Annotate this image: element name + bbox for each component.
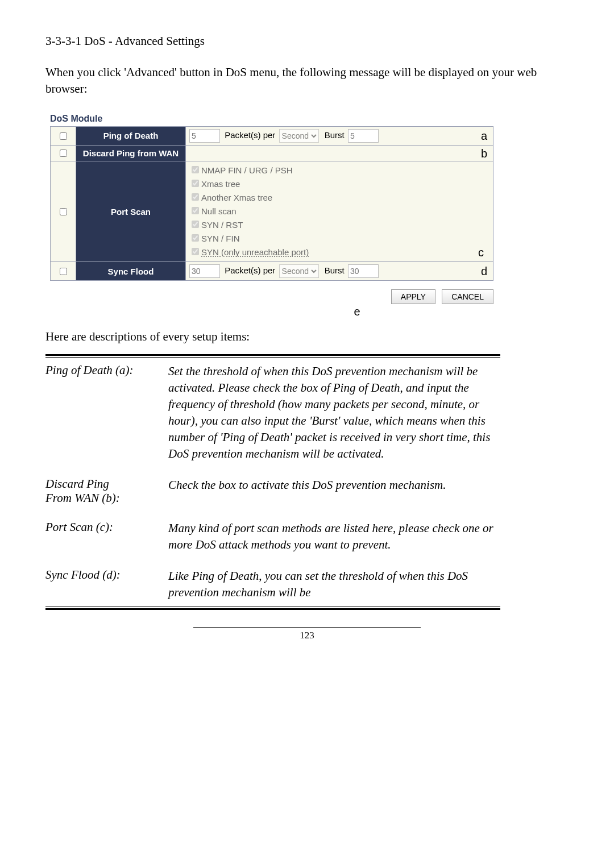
- item-row-port-scan: Port Scan (c): Many kind of port scan me…: [45, 520, 500, 553]
- sync-flood-checkbox[interactable]: [60, 268, 67, 275]
- ping-of-death-value-input[interactable]: [189, 129, 220, 143]
- items-table: Ping of Death (a): Set the threshold of …: [45, 354, 500, 610]
- dos-module-panel: DoS Module Ping of Death Packet(s) per S…: [45, 114, 569, 319]
- port-scan-option-label: SYN / RST: [201, 220, 243, 230]
- port-scan-label: Port Scan: [76, 161, 186, 262]
- letter-c: c: [478, 246, 484, 259]
- port-scan-option: Null scan: [189, 205, 489, 218]
- ping-of-death-content: Packet(s) per Second Burst a: [186, 126, 493, 145]
- port-scan-content: NMAP FIN / URG / PSH Xmas tree Another X…: [186, 161, 493, 262]
- port-scan-option: SYN / FIN: [189, 232, 489, 246]
- port-scan-option: Another Xmas tree: [189, 191, 489, 205]
- port-scan-option: SYN / RST: [189, 218, 489, 232]
- item-label: Sync Flood (d):: [45, 568, 168, 601]
- item-row-sync-flood: Sync Flood (d): Like Ping of Death, you …: [45, 568, 500, 601]
- item-desc: Check the box to activate this DoS preve…: [168, 477, 500, 505]
- row-sync-flood: Sync Flood Packet(s) per Second Burst d: [51, 262, 493, 281]
- port-scan-option-checkbox[interactable]: [192, 221, 199, 228]
- port-scan-option-label: SYN / FIN: [201, 234, 240, 243]
- ping-of-death-burst-input[interactable]: [348, 129, 379, 143]
- row-ping-of-death: Ping of Death Packet(s) per Second Burst…: [51, 126, 493, 145]
- port-scan-option-checkbox[interactable]: [192, 180, 199, 187]
- port-scan-option-label: SYN (only unreachable port): [201, 247, 309, 257]
- page-number: 123: [193, 627, 421, 641]
- ping-of-death-checkbox[interactable]: [60, 132, 67, 140]
- item-row-ping-of-death: Ping of Death (a): Set the threshold of …: [45, 363, 500, 462]
- letter-e: e: [50, 305, 493, 318]
- discard-ping-label: Discard Ping from WAN: [76, 145, 186, 161]
- module-title: DoS Module: [45, 114, 569, 124]
- intro-paragraph: When you click 'Advanced' button in DoS …: [45, 64, 569, 98]
- discard-ping-content: b: [186, 145, 493, 161]
- item-desc: Many kind of port scan methods are liste…: [168, 520, 500, 553]
- discard-ping-checkbox[interactable]: [60, 149, 67, 157]
- port-scan-option-label: Another Xmas tree: [201, 193, 272, 202]
- button-row: APPLY CANCEL: [50, 289, 493, 304]
- row-port-scan: Port Scan NMAP FIN / URG / PSH Xmas tree…: [51, 161, 493, 262]
- port-scan-option-label: Null scan: [201, 206, 237, 216]
- item-label: Port Scan (c):: [45, 520, 168, 553]
- port-scan-option-label: Xmas tree: [201, 179, 240, 189]
- port-scan-option-checkbox[interactable]: [192, 166, 199, 173]
- item-row-discard-ping: Discard Ping From WAN (b): Check the box…: [45, 477, 500, 505]
- port-scan-checkbox[interactable]: [60, 208, 67, 215]
- item-desc: Like Ping of Death, you can set the thre…: [168, 568, 500, 601]
- sync-flood-unit-select[interactable]: Second: [279, 264, 319, 278]
- ping-of-death-burst-label: Burst: [325, 130, 345, 140]
- apply-button[interactable]: APPLY: [391, 289, 435, 304]
- sync-flood-content: Packet(s) per Second Burst d: [186, 262, 493, 281]
- item-desc: Set the threshold of when this DoS preve…: [168, 363, 500, 462]
- letter-d: d: [481, 265, 487, 278]
- port-scan-option-checkbox[interactable]: [192, 207, 199, 214]
- sync-flood-packets-label: Packet(s) per: [225, 265, 275, 275]
- ping-of-death-unit-select[interactable]: Second: [279, 129, 319, 143]
- port-scan-option-checkbox[interactable]: [192, 248, 199, 255]
- dos-table: Ping of Death Packet(s) per Second Burst…: [50, 126, 493, 281]
- sync-flood-value-input[interactable]: [189, 264, 220, 278]
- description-intro: Here are descriptions of every setup ite…: [45, 330, 569, 344]
- section-heading: 3-3-3-1 DoS - Advanced Settings: [45, 34, 569, 48]
- letter-b: b: [481, 147, 487, 160]
- item-label: Discard Ping From WAN (b):: [45, 477, 168, 505]
- sync-flood-burst-label: Burst: [325, 265, 345, 275]
- sync-flood-burst-input[interactable]: [348, 264, 379, 278]
- cancel-button[interactable]: CANCEL: [442, 289, 493, 304]
- ping-of-death-label: Ping of Death: [76, 126, 186, 145]
- item-label: Ping of Death (a):: [45, 363, 168, 462]
- sync-flood-label: Sync Flood: [76, 262, 186, 281]
- row-discard-ping: Discard Ping from WAN b: [51, 145, 493, 161]
- port-scan-option-checkbox[interactable]: [192, 234, 199, 242]
- port-scan-option: SYN (only unreachable port): [189, 246, 309, 259]
- letter-a: a: [481, 129, 487, 142]
- port-scan-option-label: NMAP FIN / URG / PSH: [201, 165, 293, 175]
- port-scan-option: Xmas tree: [189, 177, 489, 191]
- port-scan-option-checkbox[interactable]: [192, 193, 199, 201]
- port-scan-option: NMAP FIN / URG / PSH: [189, 164, 489, 177]
- ping-of-death-packets-label: Packet(s) per: [225, 130, 275, 140]
